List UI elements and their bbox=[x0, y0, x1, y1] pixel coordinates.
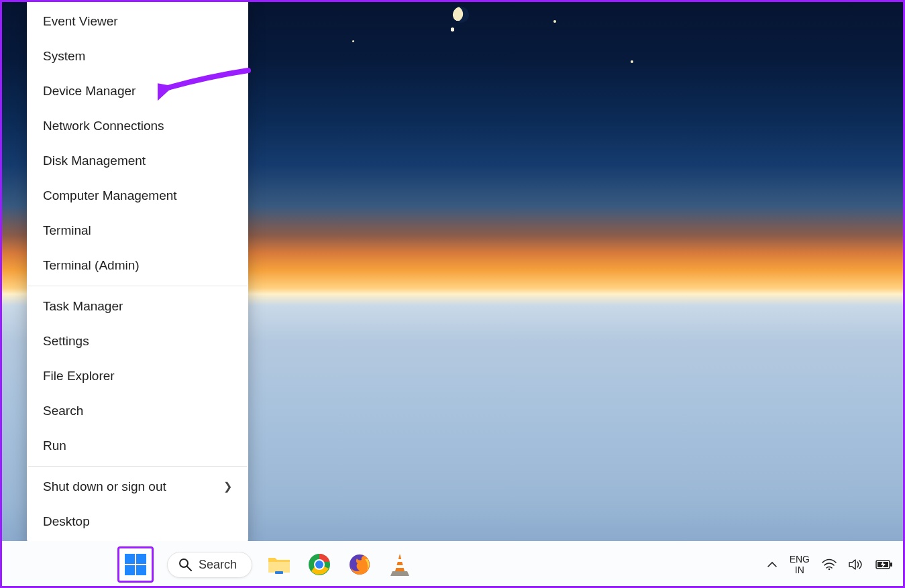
screenshot-border bbox=[0, 0, 905, 588]
